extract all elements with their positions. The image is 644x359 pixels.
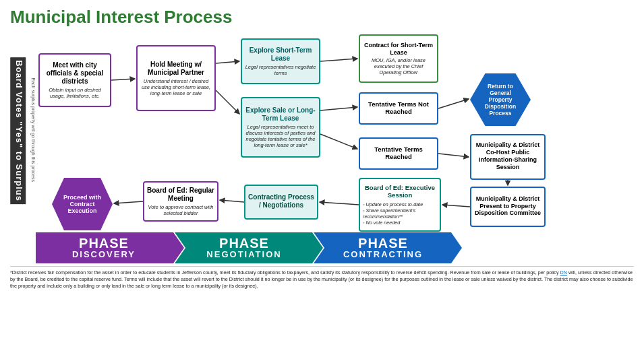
phase-negotiation-name: NEGOTIATION [206,250,281,259]
footer-note: *District receives fair compensation for… [10,266,634,290]
hold-meeting-sub: Understand interest / desired use includ… [140,78,212,96]
municipality-cohost-title: Municipality & District Co-Host Public I… [474,141,541,170]
municipality-present-title: Municipality & District Present to Prope… [474,195,541,217]
explore-short-sub: Legal representatives negotiate terms [245,64,316,76]
svg-line-7 [438,154,469,157]
municipality-cohost-box: Municipality & District Co-Host Public I… [470,134,546,180]
phase-discovery-word: PHASE [79,236,129,250]
explore-long-sub: Legal representatives meet to discuss in… [245,124,316,148]
sidebar-small-text: Each surplus property will go through th… [26,78,36,182]
svg-line-11 [220,200,244,202]
flow-area: Meet with city officials & special distr… [38,33,634,228]
svg-line-4 [320,107,357,110]
meet-city-box: Meet with city officials & special distr… [38,53,111,107]
main-content: Board Votes "Yes" to Surplus Each surplu… [10,33,634,228]
phase-bar: PHASE DISCOVERY PHASE NEGOTIATION PHASE … [10,232,634,263]
svg-line-1 [216,61,239,63]
svg-line-0 [111,79,135,80]
phase-contracting-word: PHASE [358,236,408,250]
contract-short-title: Contract for Short-Term Lease [363,42,434,57]
footer-link[interactable]: DN [560,269,567,275]
explore-short-box: Explore Short-Term Lease Legal represent… [241,38,320,84]
page-title: Municipal Interest Process [10,7,634,28]
contracting-title: Contracting Process / Negotiations [248,193,314,209]
board-regular-title: Board of Ed: Regular Meeting [147,187,214,203]
tentative-yes-box: Tentative Terms Reached [359,137,438,170]
contract-short-sub: MOU, IGA, and/or lease executed by the C… [363,57,434,75]
meet-city-sub: Obtain input on desired usage, limitatio… [42,87,107,99]
tentative-not-box: Tentative Terms Not Reached [359,92,438,125]
svg-line-3 [320,59,357,61]
proceed-label: Proceed with Contract Execution [61,194,103,214]
hold-meeting-box: Hold Meeting w/ Municipal Partner Unders… [136,45,216,111]
board-regular-sub: Vote to approve contract with selected b… [147,204,214,216]
contract-short-box: Contract for Short-Term Lease MOU, IGA, … [359,34,438,83]
explore-short-title: Explore Short-Term Lease [245,46,316,63]
phase-contracting-name: CONTRACTING [343,250,423,259]
phase-negotiation: PHASE NEGOTIATION [175,232,323,263]
board-exec-bullets: ◦ Update on process to-date ◦ Share supe… [363,201,437,226]
explore-long-box: Explore Sale or Long-Term Lease Legal re… [241,97,320,158]
board-exec-title: Board of Ed: Executive Session [363,184,437,199]
svg-line-12 [114,201,143,203]
board-regular-box: Board of Ed: Regular Meeting Vote to app… [143,181,218,222]
sidebar-big-text: Board Votes "Yes" to Surplus [10,57,26,204]
tentative-yes-title: Tentative Terms Reached [363,145,434,161]
explore-long-title: Explore Sale or Long-Term Lease [245,106,316,123]
board-exec-box: Board of Ed: Executive Session ◦ Update … [359,178,441,232]
return-general-box: Return to General Property Disposition P… [470,73,531,126]
hold-meeting-title: Hold Meeting w/ Municipal Partner [140,61,212,77]
return-general-label: Return to General Property Disposition P… [479,83,521,117]
svg-line-9 [442,205,470,207]
svg-line-5 [320,134,357,149]
meet-city-title: Meet with city officials & special distr… [42,61,107,86]
municipality-present-box: Municipality & District Present to Prope… [470,187,546,227]
sidebar: Board Votes "Yes" to Surplus Each surplu… [10,33,36,228]
phase-label-col [10,232,36,263]
proceed-box: Proceed with Contract Execution [52,178,113,230]
svg-line-6 [438,99,469,108]
phase-sections: PHASE DISCOVERY PHASE NEGOTIATION PHASE … [36,232,634,263]
contracting-box: Contracting Process / Negotiations [244,185,318,220]
phase-contracting: PHASE CONTRACTING [314,232,462,263]
svg-line-2 [216,90,239,114]
phase-discovery-name: DISCOVERY [72,250,136,259]
phase-discovery: PHASE DISCOVERY [36,232,184,263]
phase-negotiation-word: PHASE [219,236,269,250]
main-container: Municipal Interest Process Board Votes "… [0,0,644,359]
svg-line-10 [320,202,359,205]
tentative-not-title: Tentative Terms Not Reached [363,100,434,116]
